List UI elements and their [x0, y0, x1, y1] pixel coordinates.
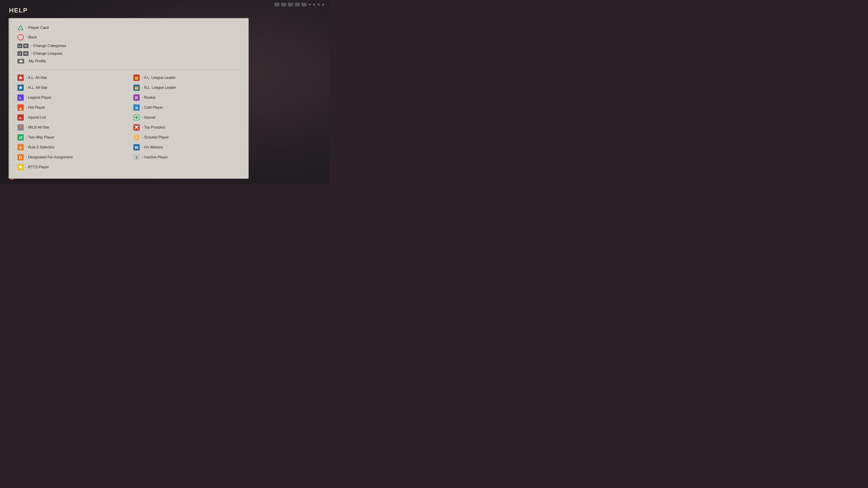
- legend-rookie: R - Rookie: [133, 94, 240, 101]
- nl-league-leader-label: - N.L. League Leader: [142, 86, 176, 90]
- legend-grid: - A.L. All-Star 👑 - A.L. League Leader -…: [18, 74, 240, 170]
- injured-icon: [133, 114, 140, 121]
- svg-text:W: W: [135, 145, 138, 150]
- help-panel: - Player Card - Back L1 R1 - Change Cate…: [9, 18, 249, 179]
- page-title: HELP: [9, 7, 320, 14]
- control-player-card: - Player Card: [18, 25, 240, 31]
- dfa-label: - Designated For Assignment: [26, 155, 72, 159]
- nl-allstar-label: - N.L. All-Star: [26, 86, 48, 90]
- injured-label: - Injured: [142, 116, 155, 120]
- top-prospect-label: - Top Prospect: [142, 125, 165, 129]
- svg-text:👑: 👑: [134, 86, 139, 90]
- control-change-categories: L1 R1 - Change Categories: [18, 43, 240, 48]
- svg-text:5: 5: [20, 145, 22, 150]
- change-categories-label: - Change Categories: [31, 43, 66, 48]
- dfa-icon: D: [18, 154, 24, 160]
- legend-al-allstar: - A.L. All-Star: [18, 74, 124, 81]
- injured-list-icon: IL: [18, 114, 24, 121]
- legend-two-way: ⇄ - Two-Way Player: [18, 134, 124, 140]
- cold-player-label: - Cold Player: [142, 105, 163, 109]
- R2-badge: R2: [23, 51, 29, 56]
- svg-point-33: [136, 137, 137, 138]
- legend-rtts: - RTTS Player: [18, 164, 124, 170]
- controls-section: - Player Card - Back L1 R1 - Change Cate…: [18, 25, 240, 64]
- two-way-icon: ⇄: [18, 134, 24, 140]
- svg-text:❄: ❄: [135, 106, 138, 110]
- svg-marker-0: [18, 26, 23, 30]
- top-prospect-icon: [133, 124, 140, 131]
- legend-legend-player: L - Legend Player: [18, 94, 124, 101]
- legend-rule5: 5 - Rule 5 Selection: [18, 144, 124, 151]
- svg-text:D: D: [19, 156, 22, 160]
- nl-league-leader-icon: 👑: [133, 85, 140, 91]
- on-waivers-label: - On Waivers: [142, 145, 163, 149]
- rtts-icon: [18, 164, 24, 170]
- legend-nl-league-leader: 👑 - N.L. League Leader: [133, 85, 240, 91]
- my-profile-label: - My Profile: [26, 59, 46, 64]
- rule5-label: - Rule 5 Selection: [26, 145, 55, 149]
- rookie-label: - Rookie: [142, 96, 156, 100]
- legend-cold-player: ❄ - Cold Player: [133, 104, 240, 111]
- legend-inactive: I - Inactive Player: [133, 154, 240, 160]
- two-way-label: - Two-Way Player: [26, 135, 54, 139]
- player-card-label: - Player Card: [26, 26, 49, 30]
- scouted-label: - Scouted Player: [142, 135, 168, 139]
- injured-list-label: - Injured List: [26, 116, 46, 120]
- legend-injured-list: IL - Injured List: [18, 114, 124, 121]
- al-allstar-icon: [18, 74, 24, 81]
- legend-player-label: - Legend Player: [26, 96, 52, 100]
- control-back: - Back: [18, 34, 240, 40]
- bumper-group-lr2: L2 R2: [18, 51, 29, 56]
- separator: [18, 70, 240, 70]
- nl-allstar-icon: [18, 85, 24, 91]
- change-leagues-label: - Change Leagues: [31, 51, 62, 56]
- legend-hot-player: 🔥 - Hot Player: [18, 104, 124, 111]
- triangle-icon: [18, 25, 24, 31]
- svg-text:R: R: [135, 96, 138, 100]
- svg-text:👑: 👑: [134, 76, 139, 80]
- back-control-label: - Back: [26, 35, 37, 39]
- milb-allstar-label: - MILB All-Star: [26, 125, 49, 129]
- al-league-leader-label: - A.L. League Leader: [142, 76, 176, 80]
- legend-al-league-leader: 👑 - A.L. League Leader: [133, 74, 240, 81]
- svg-text:I: I: [136, 156, 137, 160]
- on-waivers-icon: W: [133, 144, 140, 151]
- control-my-profile: ⌨ - My Profile: [18, 59, 240, 64]
- R1-badge: R1: [23, 43, 29, 48]
- legend-injured: - Injured: [133, 114, 240, 121]
- svg-text:IL: IL: [19, 116, 22, 120]
- al-allstar-label: - A.L. All-Star: [26, 76, 47, 80]
- legend-dfa: D - Designated For Assignment: [18, 154, 124, 160]
- legend-nl-allstar: - N.L. All-Star: [18, 85, 124, 91]
- hot-player-icon: 🔥: [18, 104, 24, 111]
- cold-player-icon: ❄: [133, 104, 140, 111]
- rtts-label: - RTTS Player: [26, 165, 49, 169]
- keyboard-icon: ⌨: [18, 59, 24, 64]
- rule5-icon: 5: [18, 144, 24, 151]
- hot-player-label: - Hot Player: [26, 105, 45, 109]
- page-container: HELP - Player Card - Back L1: [0, 0, 329, 184]
- scouted-icon: [133, 134, 140, 140]
- legend-on-waivers: W - On Waivers: [133, 144, 240, 151]
- control-change-leagues: L2 R2 - Change Leagues: [18, 51, 240, 56]
- svg-text:⇄: ⇄: [19, 135, 22, 140]
- inactive-icon: I: [133, 154, 140, 160]
- L2-badge: L2: [18, 51, 22, 56]
- legend-milb-allstar: - MILB All-Star: [18, 124, 124, 131]
- rookie-icon: R: [133, 94, 140, 101]
- legend-top-prospect: - Top Prospect: [133, 124, 240, 131]
- legend-player-icon: L: [18, 94, 24, 101]
- svg-text:L: L: [20, 96, 22, 100]
- inactive-label: - Inactive Player: [142, 155, 168, 159]
- svg-text:🔥: 🔥: [18, 105, 23, 110]
- svg-rect-21: [135, 117, 138, 118]
- bumper-group-lr1: L1 R1: [18, 43, 29, 48]
- circle-icon: [18, 34, 24, 40]
- milb-allstar-icon: [18, 124, 24, 131]
- legend-scouted: - Scouted Player: [133, 134, 240, 140]
- al-league-leader-icon: 👑: [133, 74, 140, 81]
- L1-badge: L1: [18, 43, 22, 48]
